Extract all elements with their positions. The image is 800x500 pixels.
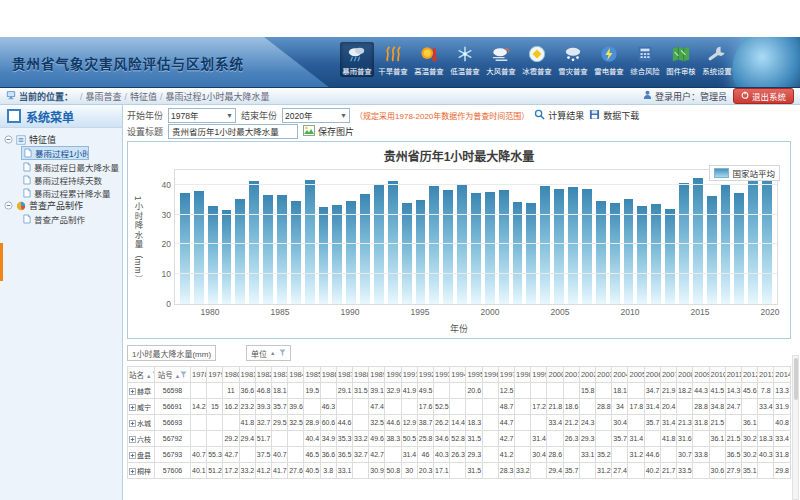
- row-expander-icon[interactable]: [129, 420, 136, 427]
- column-header-year[interactable]: 2000: [547, 367, 563, 383]
- column-header-year[interactable]: 2006: [644, 367, 660, 383]
- column-header-year[interactable]: 1989: [369, 367, 385, 383]
- chart-title-label: 设置标题: [127, 125, 163, 138]
- metric-filter-box[interactable]: 1小时最大降水量(mm): [127, 345, 216, 361]
- sort-arrow-icon: ▲: [270, 350, 275, 356]
- value-cell: [223, 415, 239, 431]
- value-cell: 44.6: [385, 415, 401, 431]
- row-expander-icon[interactable]: [129, 452, 136, 459]
- sidebar-item-暴雨过程日最大降水量[interactable]: 暴雨过程日最大降水量: [21, 160, 120, 173]
- value-cell: 20.6: [466, 383, 482, 399]
- breadcrumb-item[interactable]: 暴雨普查: [86, 92, 122, 102]
- column-header-year[interactable]: 2004: [612, 367, 628, 383]
- column-header-站号[interactable]: 站号 ▲: [155, 367, 191, 383]
- column-header-year[interactable]: 1996: [482, 367, 498, 383]
- nav-item-settings[interactable]: 系统设置: [700, 42, 734, 77]
- bar-1979: [194, 191, 204, 304]
- sidebar-collapse-handle[interactable]: [0, 243, 3, 281]
- column-header-year[interactable]: 1985: [304, 367, 320, 383]
- column-header-year[interactable]: 2005: [628, 367, 644, 383]
- nav-item-hail[interactable]: 冰雹普查: [520, 42, 554, 77]
- nav-item-snow[interactable]: 雪灾普查: [556, 42, 590, 77]
- nav-item-drought[interactable]: 干旱普查: [376, 42, 410, 77]
- column-header-year[interactable]: 1994: [450, 367, 466, 383]
- sidebar-group-特征值[interactable]: 特征值: [4, 133, 120, 146]
- column-header-year[interactable]: 1997: [498, 367, 514, 383]
- column-header-year[interactable]: 1981: [239, 367, 255, 383]
- column-header-站名[interactable]: 站名 ▲: [128, 367, 155, 383]
- column-header-year[interactable]: 2010: [709, 367, 725, 383]
- column-header-year[interactable]: 2009: [693, 367, 709, 383]
- sidebar-item-普查产品制作[interactable]: 普查产品制作: [21, 212, 120, 225]
- calculate-button[interactable]: 计算结果: [534, 109, 584, 122]
- row-expander-icon[interactable]: [129, 404, 136, 411]
- column-header-year[interactable]: 2012: [741, 367, 757, 383]
- nav-item-rainstorm[interactable]: 暴雨普查: [340, 42, 374, 77]
- sidebar-item-暴雨过程累计降水量[interactable]: 暴雨过程累计降水量: [21, 186, 120, 199]
- value-cell: 42.7: [223, 447, 239, 463]
- nav-item-risk[interactable]: 综合风险: [628, 42, 662, 77]
- chart-title-input[interactable]: [168, 124, 298, 139]
- column-header-year[interactable]: 1999: [531, 367, 547, 383]
- column-header-year[interactable]: 2011: [725, 367, 741, 383]
- column-header-year[interactable]: 1980: [223, 367, 239, 383]
- column-header-year[interactable]: 1984: [288, 367, 304, 383]
- sidebar-group-普查产品制作[interactable]: 普查产品制作: [4, 199, 120, 212]
- column-header-year[interactable]: 2013: [758, 367, 774, 383]
- vertical-scrollbar[interactable]: [792, 355, 799, 500]
- column-header-year[interactable]: 2008: [677, 367, 693, 383]
- value-cell: [596, 383, 612, 399]
- sidebar-item-暴雨过程1小时最大降水量[interactable]: 暴雨过程1小时最大降水量: [21, 146, 89, 160]
- scrollbar-thumb[interactable]: [794, 358, 798, 400]
- value-cell: 31.8: [774, 447, 791, 463]
- save-image-button[interactable]: 保存图片: [303, 125, 354, 138]
- nav-item-lightning[interactable]: 雷电普查: [592, 42, 626, 77]
- column-header-year[interactable]: 1979: [207, 367, 223, 383]
- value-cell: 18.3: [466, 415, 482, 431]
- sidebar-item-暴雨过程持续天数[interactable]: 暴雨过程持续天数: [21, 173, 120, 186]
- value-cell: 47.4: [369, 399, 385, 415]
- unit-filter-box[interactable]: 单位 ▲: [246, 345, 290, 361]
- column-header-year[interactable]: 1992: [417, 367, 433, 383]
- filter-funnel-icon[interactable]: [180, 371, 187, 380]
- column-header-year[interactable]: 1982: [255, 367, 271, 383]
- nav-item-high-temp[interactable]: 高温普查: [412, 42, 446, 77]
- column-header-year[interactable]: 1993: [434, 367, 450, 383]
- nav-item-map-audit[interactable]: 图件审核: [664, 42, 698, 77]
- column-header-year[interactable]: 1998: [515, 367, 531, 383]
- column-header-year[interactable]: 2003: [596, 367, 612, 383]
- bar-2012: [651, 204, 661, 304]
- row-expander-icon[interactable]: [129, 468, 136, 475]
- value-cell: 30.4: [531, 447, 547, 463]
- column-header-year[interactable]: 2002: [579, 367, 595, 383]
- breadcrumb-item[interactable]: 暴雨过程1小时最大降水量: [166, 92, 270, 102]
- column-header-year[interactable]: 1988: [353, 367, 369, 383]
- nav-item-wind[interactable]: 大风普查: [484, 42, 518, 77]
- column-header-year[interactable]: 1986: [320, 367, 336, 383]
- column-header-year[interactable]: 1990: [385, 367, 401, 383]
- calculate-label: 计算结果: [548, 109, 584, 122]
- row-expander-icon[interactable]: [129, 388, 136, 395]
- breadcrumb-item[interactable]: 特征值: [130, 92, 157, 102]
- logout-button[interactable]: 退出系统: [733, 88, 794, 104]
- nav-item-low-temp[interactable]: 低温普查: [448, 42, 482, 77]
- column-header-year[interactable]: 1983: [272, 367, 288, 383]
- column-header-year[interactable]: 2001: [563, 367, 579, 383]
- value-cell: 35.7: [563, 463, 579, 479]
- column-header-year[interactable]: 1978: [191, 367, 207, 383]
- x-tick-label: 1995: [411, 307, 430, 317]
- column-header-year[interactable]: 1991: [401, 367, 417, 383]
- column-header-year[interactable]: 1987: [336, 367, 352, 383]
- toggle-icon[interactable]: [4, 201, 13, 210]
- toggle-icon[interactable]: [4, 135, 13, 144]
- row-expander-icon[interactable]: [129, 436, 136, 443]
- value-cell: 38.3: [385, 431, 401, 447]
- column-header-year[interactable]: 2007: [660, 367, 676, 383]
- start-year-select[interactable]: 1978年 ▼: [168, 108, 236, 123]
- end-year-select[interactable]: 2020年 ▼: [282, 108, 350, 123]
- download-button[interactable]: 数据下载: [589, 109, 639, 122]
- column-header-year[interactable]: 1995: [466, 367, 482, 383]
- column-header-year[interactable]: 2014: [774, 367, 791, 383]
- value-cell: 36.5: [725, 447, 741, 463]
- station-code: 56793: [155, 447, 191, 463]
